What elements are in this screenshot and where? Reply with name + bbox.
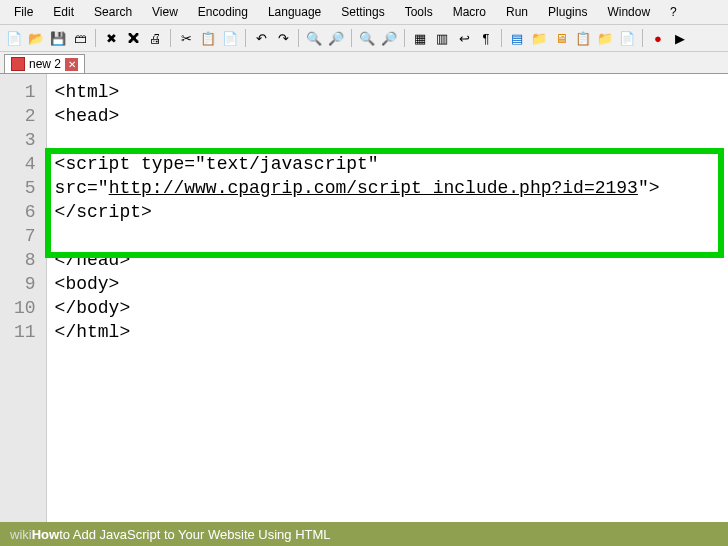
- line-number: 5: [14, 176, 36, 200]
- code-line: src="http://www.cpagrip.com/script_inclu…: [55, 176, 728, 200]
- code-line: <script type="text/javascript": [55, 152, 728, 176]
- line-number: 8: [14, 248, 36, 272]
- tab-bar: new 2 ✕: [0, 52, 728, 74]
- wrap-icon[interactable]: ↩: [454, 28, 474, 48]
- close-icon[interactable]: ✖: [101, 28, 121, 48]
- new-file-icon[interactable]: 📄: [4, 28, 24, 48]
- tab-close-icon[interactable]: ✕: [65, 58, 78, 71]
- menu-plugins[interactable]: Plugins: [538, 2, 597, 22]
- menu-encoding[interactable]: Encoding: [188, 2, 258, 22]
- footer-title: to Add JavaScript to Your Website Using …: [59, 527, 330, 542]
- line-gutter: 1 2 3 4 5 6 7 8 9 10 11: [0, 74, 47, 534]
- replace-icon[interactable]: 🔎: [326, 28, 346, 48]
- menu-run[interactable]: Run: [496, 2, 538, 22]
- editor: 1 2 3 4 5 6 7 8 9 10 11 <html> <head> <s…: [0, 74, 728, 534]
- save-all-icon[interactable]: 🗃: [70, 28, 90, 48]
- paste-icon[interactable]: 📄: [220, 28, 240, 48]
- menu-language[interactable]: Language: [258, 2, 331, 22]
- menu-tools[interactable]: Tools: [395, 2, 443, 22]
- menu-search[interactable]: Search: [84, 2, 142, 22]
- code-line: </html>: [55, 320, 728, 344]
- line-number: 10: [14, 296, 36, 320]
- code-line: <head>: [55, 104, 728, 128]
- line-number: 1: [14, 80, 36, 104]
- code-line: </head>: [55, 248, 728, 272]
- chars-icon[interactable]: ¶: [476, 28, 496, 48]
- code-line: <body>: [55, 272, 728, 296]
- sync-h-icon[interactable]: ▥: [432, 28, 452, 48]
- zoom-in-icon[interactable]: 🔍: [357, 28, 377, 48]
- save-icon[interactable]: 💾: [48, 28, 68, 48]
- monitor-icon[interactable]: 🖥: [551, 28, 571, 48]
- line-number: 4: [14, 152, 36, 176]
- menu-file[interactable]: File: [4, 2, 43, 22]
- code-line: <html>: [55, 80, 728, 104]
- line-number: 11: [14, 320, 36, 344]
- footer-how: How: [32, 527, 59, 542]
- print-icon[interactable]: 🖨: [145, 28, 165, 48]
- indent-icon[interactable]: ▤: [507, 28, 527, 48]
- line-number: 7: [14, 224, 36, 248]
- record-icon[interactable]: ●: [648, 28, 668, 48]
- line-number: 9: [14, 272, 36, 296]
- code-line: </script>: [55, 200, 728, 224]
- close-all-icon[interactable]: 🗙: [123, 28, 143, 48]
- folder2-icon[interactable]: 📁: [595, 28, 615, 48]
- sync-v-icon[interactable]: ▦: [410, 28, 430, 48]
- code-line: [55, 224, 728, 248]
- redo-icon[interactable]: ↷: [273, 28, 293, 48]
- file-icon: [11, 57, 25, 71]
- code-area[interactable]: <html> <head> <script type="text/javascr…: [47, 74, 728, 534]
- menu-help[interactable]: ?: [660, 2, 687, 22]
- menu-macro[interactable]: Macro: [443, 2, 496, 22]
- menu-bar: File Edit Search View Encoding Language …: [0, 0, 728, 25]
- tab-new-2[interactable]: new 2 ✕: [4, 54, 85, 73]
- menu-view[interactable]: View: [142, 2, 188, 22]
- code-line: [55, 128, 728, 152]
- line-number: 6: [14, 200, 36, 224]
- open-file-icon[interactable]: 📂: [26, 28, 46, 48]
- undo-icon[interactable]: ↶: [251, 28, 271, 48]
- line-number: 3: [14, 128, 36, 152]
- code-url: http://www.cpagrip.com/script_include.ph…: [109, 178, 638, 198]
- menu-edit[interactable]: Edit: [43, 2, 84, 22]
- footer-caption: wikiHow to Add JavaScript to Your Websit…: [0, 522, 728, 546]
- zoom-out-icon[interactable]: 🔎: [379, 28, 399, 48]
- code-line: </body>: [55, 296, 728, 320]
- doc-map-icon[interactable]: 📋: [573, 28, 593, 48]
- menu-settings[interactable]: Settings: [331, 2, 394, 22]
- line-number: 2: [14, 104, 36, 128]
- play-icon[interactable]: ▶: [670, 28, 690, 48]
- cut-icon[interactable]: ✂: [176, 28, 196, 48]
- toolbar: 📄 📂 💾 🗃 ✖ 🗙 🖨 ✂ 📋 📄 ↶ ↷ 🔍 🔎 🔍 🔎 ▦ ▥ ↩ ¶ …: [0, 25, 728, 52]
- doc-list-icon[interactable]: 📄: [617, 28, 637, 48]
- footer-wiki: wiki: [10, 527, 32, 542]
- find-icon[interactable]: 🔍: [304, 28, 324, 48]
- tab-label: new 2: [29, 57, 61, 71]
- copy-icon[interactable]: 📋: [198, 28, 218, 48]
- menu-window[interactable]: Window: [597, 2, 660, 22]
- folder-icon[interactable]: 📁: [529, 28, 549, 48]
